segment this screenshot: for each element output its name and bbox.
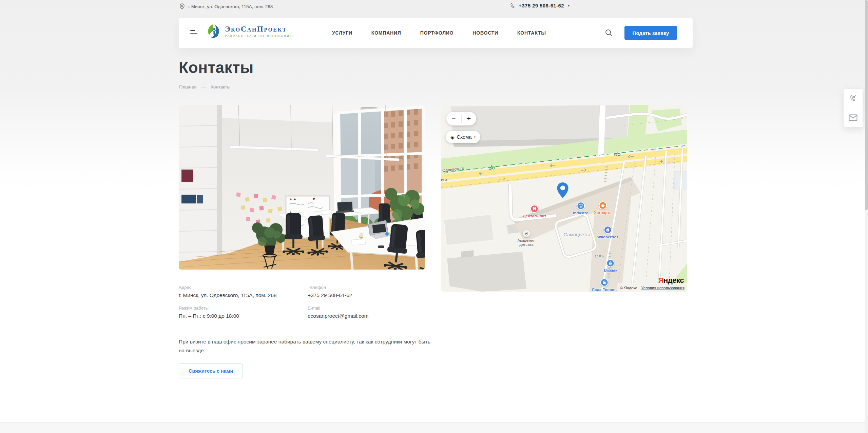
logo-title: ЭкоСанПроект (225, 25, 293, 33)
topbar-address: г. Минск, ул. Одоевского, 115А, пом. 268 (180, 3, 273, 9)
chevron-down-icon: ▾ (568, 4, 570, 7)
map-poi-wildberries[interactable]: Wildberries (597, 226, 619, 239)
layers-icon: ◈ (450, 135, 455, 140)
map-copyright: © Яндекс (620, 286, 637, 290)
detail-hours: Режим работы Пн. – Пт.: с 9:00 до 18:00 (179, 306, 301, 319)
footer (0, 422, 868, 433)
logo-mark-icon (206, 23, 221, 39)
map-poi-indastro[interactable]: Indastro (573, 202, 588, 215)
map-zoom-control: − + (446, 112, 476, 125)
page-title: Контакты (179, 58, 254, 77)
chevron-down-icon: ▾ (474, 135, 476, 139)
map-poi-lada-tuning[interactable]: Лада-Тюнинг (592, 278, 617, 292)
search-icon[interactable] (605, 29, 613, 37)
breadcrumb-home[interactable]: Главная (179, 84, 196, 90)
rocking-horse-icon (522, 229, 531, 237)
nav-item-contacts[interactable]: КОНТАКТЫ (517, 30, 546, 36)
basket-icon (606, 259, 615, 267)
zoom-in-button[interactable]: + (462, 112, 477, 125)
map-layer-control[interactable]: ◈ Схема ▾ (446, 131, 480, 143)
detail-email: E-mail ecosanproect@gmail.com (308, 306, 409, 319)
email-button[interactable] (844, 108, 863, 127)
nav-item-services[interactable]: УСЛУГИ (332, 30, 352, 36)
map-poi-vozhyk[interactable]: Вожык (604, 259, 617, 272)
main-nav: УСЛУГИ КОМПАНИЯ ПОРТФОЛИО НОВОСТИ КОНТАК… (332, 18, 546, 48)
callback-phone-icon (849, 94, 857, 102)
logo[interactable]: ЭкоСанПроект РАЗРАБОТКА И СОГЛАСОВАНИЕ (206, 23, 293, 39)
header: ЭкоСанПроект РАЗРАБОТКА И СОГЛАСОВАНИЕ У… (179, 18, 693, 48)
topbar-address-text: г. Минск, ул. Одоевского, 115А, пом. 268 (188, 4, 273, 9)
yandex-map[interactable]: Одоевского ого ДенталЭлит Indastro Хогва… (441, 105, 687, 292)
location-pin-icon (180, 3, 185, 9)
submit-request-button[interactable]: Подать заявку (624, 26, 677, 40)
map-attribution: © Яндекс Условия использования (620, 286, 684, 290)
scrollbar-thumb[interactable] (865, 0, 868, 210)
topbar-phone-number: +375 29 508-61-62 (519, 3, 564, 8)
map-pin-icon[interactable] (556, 182, 569, 199)
breadcrumb-separator: — (201, 84, 206, 90)
visit-note: При визите в наш офис просим заранее наб… (179, 337, 433, 355)
hamburger-menu-icon[interactable] (190, 30, 198, 36)
map-poi-academy[interactable]: Академия детства (517, 229, 535, 247)
contact-us-button[interactable]: Свяжитесь с нами (179, 363, 243, 378)
zoom-out-button[interactable]: − (446, 112, 461, 125)
detail-phone: Телефон +375 29 508-61-62 (308, 285, 409, 298)
breadcrumb: Главная — Контакты (179, 84, 230, 90)
mail-icon (849, 114, 857, 121)
breadcrumb-current: Контакты (211, 84, 230, 90)
street-label-ogo: ого (441, 177, 447, 182)
nav-item-company[interactable]: КОМПАНИЯ (371, 30, 401, 36)
map-building-number: 115А (594, 254, 604, 259)
map-area-samotsvety: Самоцветы (563, 232, 590, 237)
nav-item-news[interactable]: НОВОСТИ (472, 30, 498, 36)
shopping-cart-icon (577, 202, 585, 210)
logo-tagline: РАЗРАБОТКА И СОГЛАСОВАНИЕ (225, 34, 293, 38)
map-poi-hogwarts[interactable]: Хогвартс (594, 201, 611, 215)
floating-contact-panel (844, 89, 863, 127)
shopping-bag-icon (600, 278, 609, 287)
shopping-bag-icon (604, 226, 612, 234)
layer-label: Схема (457, 134, 472, 140)
nav-item-portfolio[interactable]: ПОРТФОЛИО (420, 30, 454, 36)
map-poi-dental[interactable]: ДенталЭлит (523, 205, 546, 218)
office-photo (179, 105, 425, 270)
map-terms-link[interactable]: Условия использования (641, 286, 684, 290)
yandex-logo[interactable]: Яндекс (658, 276, 684, 285)
coffee-cup-icon (599, 201, 607, 210)
callback-button[interactable] (844, 89, 863, 108)
topbar-phone[interactable]: +375 29 508-61-62 ▾ (510, 3, 570, 8)
detail-address: Адрес г. Минск, ул. Одоевского, 115А, по… (179, 285, 301, 298)
phone-icon (510, 3, 516, 8)
tooth-icon (531, 205, 539, 213)
